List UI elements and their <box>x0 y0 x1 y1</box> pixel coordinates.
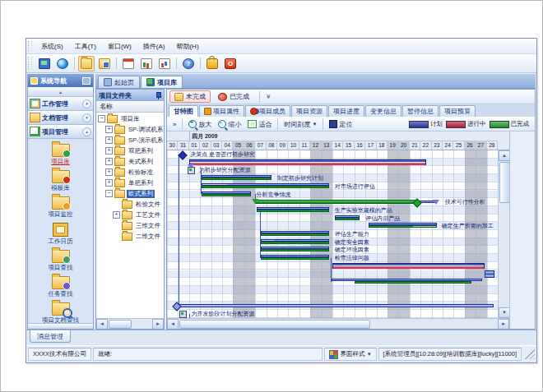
expand-icon[interactable]: + <box>105 179 113 187</box>
monitor-button[interactable] <box>36 56 53 71</box>
expand-icon[interactable]: + <box>113 211 120 219</box>
tree-item-SP-调试机系[interactable]: +SP-调试机系 <box>96 124 164 135</box>
view-tab-项目进度[interactable]: 项目进度 <box>328 105 364 117</box>
sidebar-item-工作日历[interactable]: 工作日历 <box>28 220 93 246</box>
gantt-horizontal-scrollbar[interactable]: ◄ ► <box>167 318 509 329</box>
exit-button[interactable]: O <box>222 56 239 71</box>
task-bar[interactable] <box>202 175 272 182</box>
sidebar-item-项目监控[interactable]: 项目监控 <box>28 194 93 219</box>
sidebar-scroll-up-button[interactable]: ▴ <box>28 87 93 97</box>
project-summary-bar[interactable] <box>178 304 493 307</box>
view-tab-项目属性[interactable]: 项目属性 <box>199 105 244 117</box>
view-tab-项目资源[interactable]: 项目资源 <box>291 105 327 117</box>
unfinished-filter-button[interactable]: 未完成 <box>169 90 211 103</box>
open-folder-button[interactable] <box>78 56 95 71</box>
calendar-button[interactable] <box>120 56 137 71</box>
view-tab-甘特图[interactable]: 甘特图 <box>169 105 198 117</box>
menu-item-2[interactable]: 工具(T) <box>69 40 102 53</box>
tree-item-检验标准[interactable]: +检验标准 <box>96 167 164 178</box>
doc-tab-起始页[interactable]: 起始页 <box>98 76 140 88</box>
tree-item-工艺文件[interactable]: +工艺文件 <box>96 210 164 220</box>
gantt-canvas[interactable]: 决策点 是否进行初步研究为初步研究分配资源制定初步研究计划对市场进行评估分析竞争… <box>167 150 498 318</box>
zoom-in-button[interactable]: + 放大 <box>185 120 215 129</box>
tree-item-检验文件[interactable]: −检验文件 <box>96 199 164 210</box>
task-bar[interactable] <box>261 247 329 253</box>
toolbar-overflow-button[interactable]: » <box>169 121 179 128</box>
tree-item-美式系列[interactable]: +美式系列 <box>96 156 164 167</box>
scroll-right-icon[interactable]: ► <box>152 319 164 330</box>
folder-chart-button[interactable] <box>96 56 113 71</box>
expand-icon[interactable]: + <box>105 147 113 154</box>
tree-item-双把系列[interactable]: +双把系列 <box>96 145 164 156</box>
expand-icon[interactable]: + <box>105 168 113 176</box>
scroll-thumb[interactable] <box>499 162 509 203</box>
tree-item-欧式系列[interactable]: −欧式系列 <box>96 188 164 199</box>
tree-item-二维文件[interactable]: −二维文件 <box>96 231 164 242</box>
fit-button[interactable]: ↔ 适合 <box>244 120 275 129</box>
task-bar[interactable] <box>261 231 329 238</box>
task-bar[interactable] <box>332 279 483 285</box>
view-tab-项目预算[interactable]: 项目预算 <box>439 105 476 117</box>
task-bar[interactable] <box>257 207 329 214</box>
task-bar[interactable] <box>202 191 251 198</box>
task-note-icon[interactable] <box>188 167 195 174</box>
zoom-out-button[interactable]: - 缩小 <box>215 120 244 129</box>
pin-icon[interactable] <box>155 92 161 99</box>
collapse-icon[interactable]: − <box>98 115 105 122</box>
expand-icon[interactable]: + <box>105 136 113 144</box>
sidebar-item-项目库[interactable]: 项目库 <box>28 141 93 166</box>
sidebar-item-项目查找[interactable]: 项目查找 <box>28 247 93 272</box>
scroll-thumb[interactable] <box>109 320 132 329</box>
tree-column-header[interactable]: 名称 <box>96 101 164 113</box>
task-bar[interactable] <box>369 223 437 229</box>
sidebar-item-项目文档查找[interactable]: 项目文档查找 <box>28 300 93 323</box>
scroll-left-icon[interactable]: ◄ <box>167 319 179 330</box>
tree-horizontal-scrollbar[interactable]: ◄ ► <box>96 318 164 329</box>
scroll-left-icon[interactable]: ◄ <box>96 319 108 330</box>
expand-icon[interactable]: + <box>105 158 113 165</box>
view-tab-暂停信息[interactable]: 暂停信息 <box>402 105 439 117</box>
task-bar[interactable] <box>335 215 360 222</box>
tree-item-三维文件[interactable]: −三维文件 <box>96 220 164 231</box>
chart-button[interactable] <box>156 56 173 71</box>
sidebar-partial-group[interactable] <box>28 323 93 329</box>
task-bar[interactable] <box>261 239 329 246</box>
chevron-up-icon[interactable]: ▴ <box>82 127 91 136</box>
panel-window-icon[interactable] <box>82 77 90 85</box>
help-button[interactable]: ? <box>180 56 197 71</box>
sidebar-item-任务查找[interactable]: 任务查找 <box>28 274 93 298</box>
tree-item-项目库[interactable]: −项目库 <box>96 113 164 124</box>
gantt-vertical-scrollbar[interactable]: ▲ ▼ <box>498 150 509 318</box>
task-bar[interactable] <box>202 183 329 190</box>
menu-item-1[interactable]: 系统(S) <box>35 40 69 53</box>
scroll-right-icon[interactable]: ► <box>498 319 509 330</box>
tree-item-SP-演示机系[interactable]: +SP-演示机系 <box>96 135 164 145</box>
finished-filter-button[interactable]: 已完成 <box>213 90 254 103</box>
view-tab-项目成员[interactable]: 项目成员 <box>245 105 290 117</box>
menu-item-5[interactable]: 帮助(H) <box>170 40 204 53</box>
message-management-tab[interactable]: 消息管理 <box>30 330 71 343</box>
resize-grip[interactable] <box>525 349 535 359</box>
expand-icon[interactable]: + <box>105 126 113 133</box>
completed-summary-bar[interactable] <box>255 200 416 204</box>
task-bar[interactable] <box>261 255 329 261</box>
chevron-down-icon[interactable]: ▾ <box>82 113 91 122</box>
task-note-icon[interactable] <box>179 311 187 318</box>
scroll-down-icon[interactable]: ▼ <box>499 307 509 318</box>
report-button[interactable] <box>138 56 155 71</box>
view-tab-变更信息[interactable]: 变更信息 <box>365 105 401 117</box>
summary-bar[interactable] <box>189 159 426 165</box>
menu-item-3[interactable]: 窗口(W) <box>102 40 137 53</box>
summary-bar[interactable] <box>332 263 485 269</box>
time-scale-dropdown[interactable]: 时间刻度▼ <box>281 120 320 129</box>
doc-tab-项目库[interactable]: 项目库 <box>141 76 183 88</box>
chevron-down-icon[interactable]: ▾ <box>82 99 91 108</box>
sidebar-group-2[interactable]: 文档管理▾ <box>28 111 93 125</box>
interface-style-button[interactable]: 界面样式 ▼ <box>324 348 377 361</box>
scroll-up-icon[interactable]: ▲ <box>499 150 509 161</box>
lock-button[interactable] <box>204 56 220 71</box>
locate-button[interactable]: 定位 <box>326 120 355 129</box>
menu-item-4[interactable]: 插件(A) <box>137 40 171 53</box>
sidebar-group-3[interactable]: 项目管理▴ <box>28 125 93 139</box>
tree-item-单把系列[interactable]: +单把系列 <box>96 178 164 188</box>
